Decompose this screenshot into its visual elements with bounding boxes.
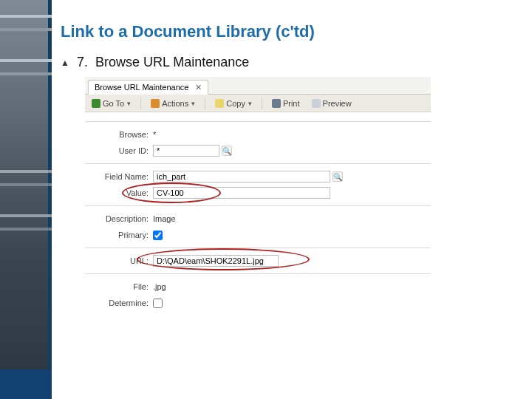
chevron-down-icon: ▾	[191, 100, 195, 107]
print-icon	[272, 99, 281, 108]
row-value: Value:	[85, 185, 431, 201]
slide-content: Link to a Document Library (c'td) ▲ 7. B…	[61, 22, 517, 313]
label-userid: User ID:	[85, 146, 153, 155]
decorative-photo-strip	[0, 0, 52, 399]
step-text: Browse URL Maintenance	[95, 55, 249, 70]
row-primary: Primary:	[85, 227, 431, 243]
print-button[interactable]: Print	[270, 98, 302, 109]
url-input[interactable]	[153, 255, 279, 267]
tab-browse-url[interactable]: Browse URL Maintenance ✕	[88, 80, 208, 95]
caret-icon: ▲	[61, 58, 69, 68]
chevron-down-icon: ▾	[248, 100, 252, 107]
value-file: .jpg	[153, 282, 166, 291]
form-panel: Browse: * User ID: 🔍 Field Name: 🔍 Value…	[85, 112, 431, 313]
group-separator	[85, 163, 431, 164]
preview-label: Preview	[323, 99, 352, 108]
row-userid: User ID: 🔍	[85, 143, 431, 159]
row-fieldname: Field Name: 🔍	[85, 168, 431, 185]
tab-bar: Browse URL Maintenance ✕	[85, 77, 431, 95]
search-icon[interactable]: 🔍	[332, 171, 343, 182]
label-description: Description:	[85, 214, 153, 223]
step-number: 7.	[77, 55, 88, 70]
primary-checkbox[interactable]	[153, 231, 163, 240]
row-url: URL:	[85, 253, 431, 269]
toolbar: Go To ▾ Actions ▾ Copy ▾ Print	[85, 95, 431, 112]
fieldname-input[interactable]	[153, 171, 330, 183]
close-icon[interactable]: ✕	[195, 83, 202, 92]
preview-icon	[312, 99, 321, 108]
slide-title: Link to a Document Library (c'td)	[61, 22, 517, 41]
label-browse: Browse:	[85, 130, 153, 139]
label-fieldname: Field Name:	[85, 172, 153, 181]
actions-button[interactable]: Actions ▾	[149, 98, 197, 109]
toolbar-separator	[262, 98, 262, 109]
row-browse: Browse: *	[85, 126, 431, 143]
label-value: Value:	[85, 188, 153, 197]
slide-bottom-bar	[0, 369, 532, 399]
row-description: Description: Image	[85, 211, 431, 227]
row-file: File: .jpg	[85, 279, 431, 295]
copy-icon	[215, 99, 224, 108]
value-browse: *	[153, 130, 156, 139]
actions-label: Actions	[162, 99, 188, 108]
group-separator	[85, 121, 431, 122]
toolbar-separator	[140, 98, 141, 109]
row-determine: Determine:	[85, 295, 431, 311]
label-file: File:	[85, 282, 153, 291]
search-icon[interactable]: 🔍	[222, 146, 232, 156]
tab-label: Browse URL Maintenance	[95, 83, 188, 92]
userid-input[interactable]	[153, 145, 219, 157]
value-description: Image	[153, 214, 176, 223]
preview-button[interactable]: Preview	[310, 98, 354, 109]
goto-label: Go To	[103, 99, 124, 108]
actions-icon	[151, 99, 160, 108]
group-separator	[85, 273, 431, 274]
chevron-down-icon: ▾	[127, 100, 131, 107]
group-separator	[85, 205, 431, 206]
value-input[interactable]	[153, 187, 330, 199]
label-url: URL:	[85, 256, 153, 265]
step-row: ▲ 7. Browse URL Maintenance	[61, 55, 517, 70]
label-determine: Determine:	[85, 299, 153, 307]
goto-button[interactable]: Go To ▾	[89, 98, 133, 109]
app-window: Browse URL Maintenance ✕ Go To ▾ Actions…	[84, 76, 432, 313]
copy-button[interactable]: Copy ▾	[213, 98, 254, 109]
print-label: Print	[283, 99, 300, 108]
label-primary: Primary:	[85, 231, 153, 239]
goto-icon	[92, 99, 100, 108]
group-separator	[85, 248, 431, 248]
copy-label: Copy	[226, 99, 245, 108]
toolbar-separator	[205, 98, 205, 109]
determine-checkbox[interactable]	[153, 299, 163, 308]
